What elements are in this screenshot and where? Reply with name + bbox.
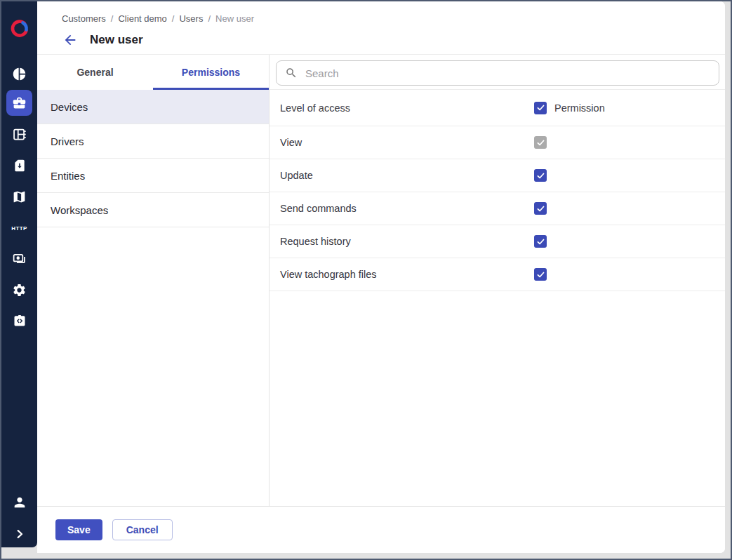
back-button[interactable]: [62, 32, 79, 48]
sidebar-item-settings[interactable]: [1, 282, 37, 298]
breadcrumb-separator: /: [111, 13, 114, 24]
breadcrumb-users[interactable]: Users: [179, 13, 203, 24]
check-icon: [536, 103, 545, 112]
arrow-back-icon: [62, 32, 78, 48]
check-icon: [536, 171, 545, 180]
row-label: Update: [280, 170, 534, 181]
sidebar-item-scripting[interactable]: [1, 313, 37, 328]
http-icon: HTTP: [11, 225, 27, 232]
list-item-entities[interactable]: Entities: [37, 159, 269, 193]
journal-icon: [12, 127, 27, 142]
payments-icon: [12, 251, 27, 266]
left-panel: General Permissions Devices Drivers Enti…: [37, 55, 269, 506]
app-window: HTTP: [0, 0, 732, 560]
permission-row-view: View: [269, 126, 725, 159]
save-button[interactable]: Save: [55, 519, 102, 540]
list-item-devices[interactable]: Devices: [37, 90, 269, 124]
search-input[interactable]: [305, 67, 710, 79]
briefcase-icon: [12, 95, 27, 110]
level-of-access-header: Level of access: [280, 102, 534, 114]
sidebar-item-payments[interactable]: [1, 251, 37, 266]
cancel-button[interactable]: Cancel: [112, 519, 173, 540]
request-history-checkbox[interactable]: [534, 235, 547, 248]
check-icon: [536, 237, 545, 246]
permission-row-request-history: Request history: [269, 225, 725, 258]
gear-icon: [12, 283, 27, 298]
person-icon: [12, 495, 27, 510]
row-label: Request history: [280, 236, 534, 247]
sidebar-item-fleet-active[interactable]: [6, 90, 32, 116]
sidebar-item-map[interactable]: [1, 189, 37, 204]
update-checkbox[interactable]: [534, 169, 547, 182]
permission-header-checkbox[interactable]: [534, 102, 547, 114]
pie-chart-icon: [12, 67, 27, 81]
breadcrumb-separator: /: [208, 13, 211, 24]
chevron-right-icon: [13, 528, 26, 540]
page-title: New user: [90, 33, 143, 47]
permissions-table-header: Level of access Permission: [269, 90, 725, 126]
breadcrumb-new-user: New user: [215, 13, 254, 24]
check-icon: [536, 138, 545, 147]
row-label: Send commands: [280, 203, 534, 214]
view-checkbox-disabled: [534, 136, 547, 149]
sidebar-item-firmware[interactable]: [1, 158, 37, 173]
page-header: Customers / Client demo / Users / New us…: [37, 1, 725, 55]
breadcrumb: Customers / Client demo / Users / New us…: [62, 13, 254, 24]
list-item-drivers[interactable]: Drivers: [37, 124, 269, 159]
content-body: General Permissions Devices Drivers Enti…: [37, 55, 725, 506]
sidebar-expand-button[interactable]: [1, 526, 37, 542]
search-row: [269, 55, 725, 90]
permission-row-send-commands: Send commands: [269, 192, 725, 225]
permission-row-view-tachograph-files: View tachograph files: [269, 258, 725, 291]
sidebar-item-dashboard[interactable]: [1, 66, 37, 81]
row-label: View tachograph files: [280, 269, 534, 280]
send-commands-checkbox[interactable]: [534, 202, 547, 215]
sidebar-item-http[interactable]: HTTP: [1, 223, 37, 233]
tab-bar: General Permissions: [37, 55, 269, 90]
right-panel: Level of access Permission View: [269, 55, 725, 506]
main-panel: Customers / Client demo / Users / New us…: [37, 1, 725, 553]
sidebar: HTTP: [1, 1, 37, 547]
permission-header-label: Permission: [554, 102, 605, 114]
list-item-workspaces[interactable]: Workspaces: [37, 193, 269, 227]
file-download-icon: [13, 159, 27, 173]
tab-general[interactable]: General: [37, 55, 153, 90]
view-tachograph-files-checkbox[interactable]: [534, 268, 547, 281]
row-label: View: [280, 137, 534, 148]
sidebar-item-journal[interactable]: [1, 126, 37, 142]
breadcrumb-client-demo[interactable]: Client demo: [118, 13, 166, 24]
breadcrumb-separator: /: [172, 13, 175, 24]
search-box[interactable]: [276, 60, 719, 86]
code-icon: [13, 314, 27, 328]
footer-bar: Save Cancel: [37, 506, 725, 553]
permission-row-update: Update: [269, 159, 725, 192]
breadcrumb-customers[interactable]: Customers: [62, 13, 106, 24]
tab-permissions[interactable]: Permissions: [153, 55, 269, 90]
search-icon: [285, 67, 298, 79]
check-icon: [536, 270, 545, 279]
permission-category-list: Devices Drivers Entities Workspaces: [37, 90, 269, 506]
app-logo[interactable]: [1, 18, 37, 41]
check-icon: [536, 204, 545, 213]
logo-icon: [9, 19, 30, 40]
map-icon: [12, 189, 27, 204]
sidebar-item-profile[interactable]: [1, 494, 37, 511]
